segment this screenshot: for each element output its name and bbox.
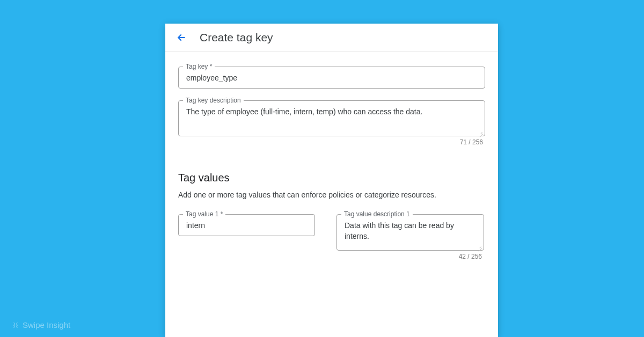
tag-value-desc-1-outline: Tag value description 1 Data with this t… bbox=[336, 214, 484, 250]
tag-key-desc-counter: 71 / 256 bbox=[178, 138, 485, 146]
watermark: Swipe Insight bbox=[12, 320, 70, 329]
tag-key-field-group: Tag key * bbox=[178, 67, 485, 89]
back-arrow-icon[interactable] bbox=[175, 31, 188, 44]
panel-header: Create tag key bbox=[165, 24, 498, 52]
tag-key-input[interactable] bbox=[179, 67, 485, 88]
watermark-text: Swipe Insight bbox=[23, 320, 70, 329]
tag-key-field-outline: Tag key * bbox=[178, 67, 485, 89]
tag-key-desc-textarea[interactable]: The type of employee (full-time, intern,… bbox=[179, 101, 485, 134]
tag-key-desc-field-group: Tag key description The type of employee… bbox=[178, 100, 485, 146]
create-tag-panel: Create tag key Tag key * Tag key descrip… bbox=[165, 24, 498, 337]
tag-value-desc-1-counter: 42 / 256 bbox=[336, 253, 484, 260]
tag-values-section-title: Tag values bbox=[178, 172, 485, 184]
tag-values-section-subtitle: Add one or more tag values that can enfo… bbox=[178, 189, 485, 200]
tag-value-1-input[interactable] bbox=[179, 215, 314, 236]
tag-value-row-1: Tag value 1 * Tag value description 1 Da… bbox=[178, 214, 485, 260]
tag-value-1-outline: Tag value 1 * bbox=[178, 214, 315, 236]
tag-key-desc-outline: Tag key description The type of employee… bbox=[178, 100, 485, 136]
tag-value-desc-1-textarea[interactable]: Data with this tag can be read by intern… bbox=[337, 215, 484, 247]
page-title: Create tag key bbox=[200, 31, 273, 44]
swipe-insight-logo-icon bbox=[12, 321, 19, 329]
panel-body: Tag key * Tag key description The type o… bbox=[165, 52, 498, 266]
